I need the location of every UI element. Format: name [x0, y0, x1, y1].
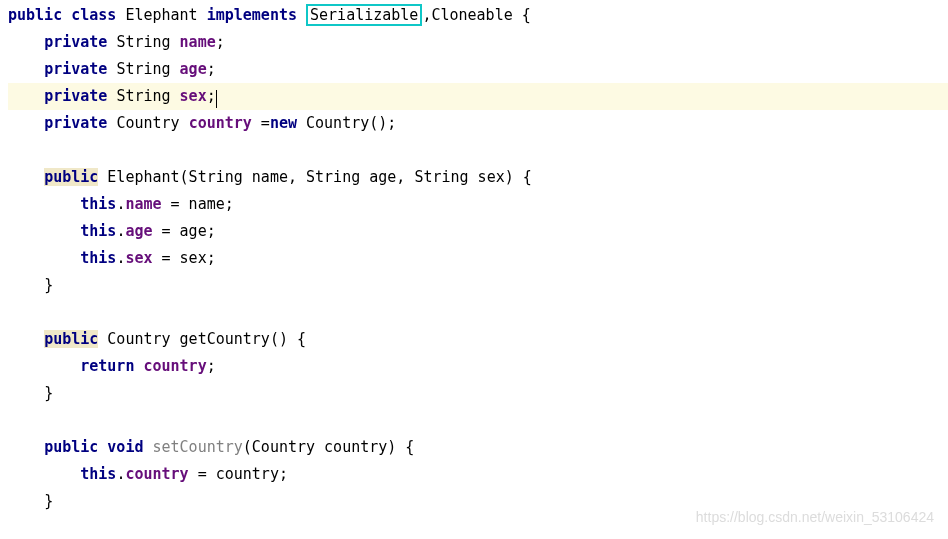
code-line[interactable]: } — [8, 272, 948, 299]
type-string: String — [116, 60, 170, 78]
keyword-this: this — [80, 222, 116, 240]
constructor-sig: Elephant(String name, String age, String… — [98, 168, 531, 186]
semicolon: ; — [207, 87, 216, 105]
code-line[interactable]: private Country country =new Country(); — [8, 110, 948, 137]
keyword-public: public — [44, 438, 98, 456]
method-params: (Country country) { — [243, 438, 415, 456]
semicolon: ; — [207, 357, 216, 375]
field-sex: sex — [125, 249, 152, 267]
code-line[interactable]: this.country = country; — [8, 461, 948, 488]
keyword-private: private — [44, 60, 107, 78]
code-line[interactable]: public Country getCountry() { — [8, 326, 948, 353]
keyword-this: this — [80, 465, 116, 483]
code-line[interactable]: public Elephant(String name, String age,… — [8, 164, 948, 191]
code-line[interactable]: public class Elephant implements Seriali… — [8, 2, 948, 29]
field-country: country — [125, 465, 188, 483]
keyword-this: this — [80, 249, 116, 267]
code-editor[interactable]: public class Elephant implements Seriali… — [0, 0, 948, 515]
code-line-blank[interactable] — [8, 299, 948, 326]
field-name: name — [125, 195, 161, 213]
field-age: age — [180, 60, 207, 78]
field-country: country — [143, 357, 206, 375]
interface-serializable: Serializable — [306, 4, 422, 26]
brace-close: } — [44, 492, 53, 510]
keyword-public: public — [8, 6, 62, 24]
keyword-private: private — [44, 114, 107, 132]
code-line[interactable]: this.sex = sex; — [8, 245, 948, 272]
keyword-public: public — [44, 330, 98, 348]
field-sex: sex — [180, 87, 207, 105]
semicolon: ; — [207, 60, 216, 78]
code-line[interactable]: this.age = age; — [8, 218, 948, 245]
assignment: = age; — [153, 222, 216, 240]
keyword-private: private — [44, 33, 107, 51]
type-string: String — [116, 87, 170, 105]
code-line[interactable]: this.name = name; — [8, 191, 948, 218]
field-name: name — [180, 33, 216, 51]
keyword-return: return — [80, 357, 134, 375]
method-setcountry: setCountry — [153, 438, 243, 456]
semicolon: ; — [216, 33, 225, 51]
assignment: = country; — [189, 465, 288, 483]
keyword-class: class — [71, 6, 116, 24]
field-age: age — [125, 222, 152, 240]
code-line-blank[interactable] — [8, 137, 948, 164]
code-line[interactable]: private String name; — [8, 29, 948, 56]
constructor-call: Country(); — [297, 114, 396, 132]
field-country: country — [189, 114, 252, 132]
brace-close: } — [44, 276, 53, 294]
keyword-this: this — [80, 195, 116, 213]
keyword-public: public — [44, 168, 98, 186]
code-line[interactable]: public void setCountry(Country country) … — [8, 434, 948, 461]
class-name: Elephant — [125, 6, 197, 24]
keyword-private: private — [44, 87, 107, 105]
code-line-blank[interactable] — [8, 407, 948, 434]
brace-open: { — [513, 6, 531, 24]
keyword-void: void — [107, 438, 143, 456]
type-country: Country — [116, 114, 179, 132]
code-line[interactable]: return country; — [8, 353, 948, 380]
interface-cloneable: Cloneable — [431, 6, 512, 24]
assignment: = sex; — [153, 249, 216, 267]
method-sig: Country getCountry() { — [98, 330, 306, 348]
code-line-highlighted[interactable]: private String sex; — [8, 83, 948, 110]
equals: = — [252, 114, 270, 132]
assignment: = name; — [162, 195, 234, 213]
code-line[interactable]: private String age; — [8, 56, 948, 83]
keyword-new: new — [270, 114, 297, 132]
code-line[interactable]: } — [8, 380, 948, 407]
keyword-implements: implements — [207, 6, 297, 24]
watermark: https://blog.csdn.net/weixin_53106424 — [696, 504, 934, 531]
type-string: String — [116, 33, 170, 51]
brace-close: } — [44, 384, 53, 402]
